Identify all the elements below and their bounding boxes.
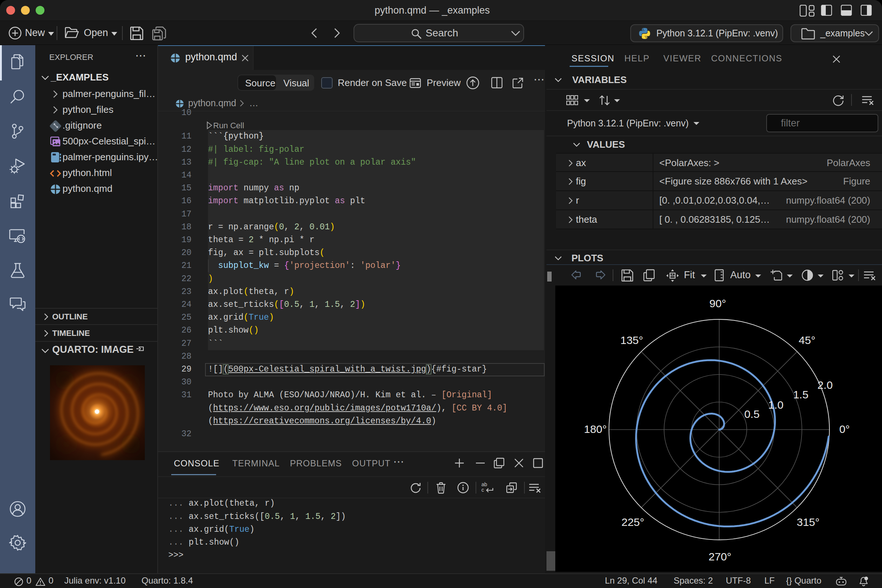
svg-text:0.5: 0.5 <box>744 408 760 420</box>
svg-text:1.0: 1.0 <box>768 399 783 411</box>
svg-text:225°: 225° <box>621 516 644 528</box>
svg-text:1.5: 1.5 <box>793 388 808 400</box>
svg-text:180°: 180° <box>584 423 607 435</box>
svg-text:c: c <box>482 487 484 493</box>
svg-text:270°: 270° <box>708 550 731 562</box>
svg-text:ab: ab <box>482 482 487 487</box>
svg-text:135°: 135° <box>620 334 643 346</box>
svg-text:45°: 45° <box>799 334 815 346</box>
svg-text:0°: 0° <box>839 423 850 435</box>
svg-text:90°: 90° <box>709 297 726 309</box>
svg-text:315°: 315° <box>797 516 819 528</box>
svg-text:2.0: 2.0 <box>818 379 833 391</box>
